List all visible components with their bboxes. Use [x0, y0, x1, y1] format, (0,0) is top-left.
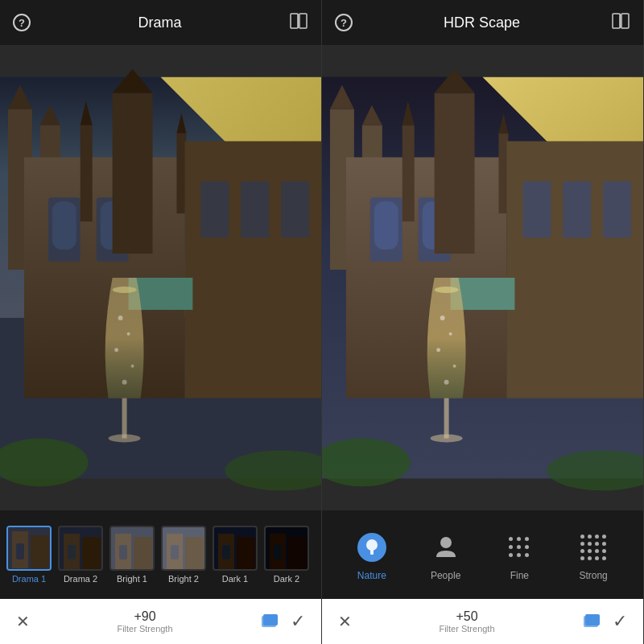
- hdr-header: ? HDR Scape: [322, 0, 643, 45]
- svg-rect-63: [621, 14, 629, 28]
- svg-point-89: [436, 348, 440, 352]
- fine-icon: [509, 537, 530, 558]
- filter-dark1-label: Dark 1: [222, 574, 248, 584]
- svg-rect-21: [184, 141, 321, 398]
- svg-point-93: [431, 435, 463, 443]
- hdr-help-icon[interactable]: ?: [335, 14, 353, 31]
- drama-strength-label: Filter Strength: [117, 624, 172, 634]
- drama-header: ? Drama: [0, 0, 321, 45]
- drama-filter-strip: Drama 1 Drama 2: [0, 510, 321, 599]
- drama-panel: ? Drama: [0, 0, 322, 644]
- svg-rect-58: [288, 537, 307, 569]
- filter-dark2-label: Dark 2: [274, 574, 299, 584]
- filter-bright1-thumb: [109, 526, 155, 571]
- svg-rect-98: [370, 550, 374, 555]
- svg-rect-22: [200, 181, 229, 237]
- svg-point-30: [122, 380, 127, 385]
- drama-stack-icon[interactable]: [260, 611, 281, 632]
- strong-icon-wrap: [574, 528, 613, 567]
- svg-point-90: [453, 365, 456, 368]
- svg-point-32: [109, 435, 141, 443]
- filter-drama2-thumb: [58, 526, 103, 571]
- hdr-panel: ? HDR Scape: [322, 0, 644, 644]
- svg-rect-62: [613, 14, 620, 28]
- svg-point-94: [435, 287, 459, 293]
- svg-rect-15: [113, 93, 153, 254]
- filter-drama2[interactable]: Drama 2: [56, 526, 105, 584]
- hdr-strength-label: Filter Strength: [439, 624, 494, 634]
- svg-rect-78: [402, 125, 415, 221]
- svg-rect-46: [134, 537, 152, 569]
- svg-point-28: [114, 348, 118, 352]
- people-icon: [431, 533, 460, 562]
- style-nature-label: Nature: [357, 570, 386, 581]
- hdr-compare-icon[interactable]: [611, 11, 630, 35]
- drama-bottom-bar: ✕ +90 Filter Strength ✓: [0, 599, 321, 644]
- svg-point-91: [444, 380, 449, 385]
- hdr-title: HDR Scape: [444, 14, 520, 31]
- fine-icon-wrap: [500, 528, 539, 567]
- svg-rect-54: [237, 537, 255, 569]
- svg-rect-0: [291, 14, 298, 28]
- svg-rect-1: [299, 14, 307, 28]
- svg-rect-85: [603, 181, 631, 237]
- hdr-cancel-button[interactable]: ✕: [338, 612, 352, 631]
- drama-strength-value: +90: [134, 609, 155, 624]
- svg-rect-47: [119, 545, 127, 559]
- style-nature[interactable]: Nature: [344, 528, 400, 581]
- hdr-style-strip: Nature People: [322, 510, 643, 599]
- svg-rect-55: [222, 545, 230, 559]
- filter-dark2-thumb: [264, 526, 309, 571]
- drama-image: [0, 45, 321, 510]
- filter-drama1[interactable]: Drama 1: [5, 526, 53, 584]
- compare-icon[interactable]: [289, 11, 308, 35]
- svg-rect-84: [563, 181, 591, 237]
- svg-rect-42: [82, 537, 101, 569]
- svg-rect-24: [281, 181, 309, 237]
- svg-rect-13: [52, 201, 76, 250]
- filter-bright2-thumb: [161, 526, 206, 571]
- filter-bright1-label: Bright 1: [117, 574, 147, 584]
- drama-filter-info: +90 Filter Strength: [117, 609, 172, 634]
- filter-dark1[interactable]: Dark 1: [211, 526, 259, 584]
- svg-rect-50: [185, 537, 204, 569]
- hdr-confirm-button[interactable]: ✓: [613, 611, 627, 632]
- people-icon-wrap: [427, 528, 465, 567]
- style-strong[interactable]: Strong: [565, 528, 621, 581]
- svg-rect-43: [68, 545, 76, 559]
- strong-icon: [580, 535, 607, 561]
- drama-confirm-button[interactable]: ✓: [291, 611, 305, 632]
- svg-point-33: [113, 287, 137, 293]
- svg-rect-31: [122, 398, 127, 439]
- nature-icon: [357, 533, 386, 562]
- svg-rect-39: [16, 543, 24, 559]
- svg-rect-101: [585, 614, 600, 625]
- style-fine[interactable]: Fine: [491, 528, 547, 581]
- drama-cancel-button[interactable]: ✕: [16, 612, 30, 631]
- filter-bright1[interactable]: Bright 1: [108, 526, 156, 584]
- hdr-stack-icon[interactable]: [582, 611, 603, 632]
- style-people[interactable]: People: [418, 528, 474, 581]
- help-icon[interactable]: ?: [13, 14, 31, 31]
- svg-rect-59: [274, 545, 282, 559]
- svg-rect-76: [435, 93, 475, 254]
- svg-point-97: [366, 539, 378, 551]
- filter-drama2-label: Drama 2: [64, 574, 97, 584]
- svg-rect-38: [31, 535, 49, 568]
- filter-drama1-label: Drama 1: [12, 574, 46, 584]
- svg-rect-23: [241, 181, 269, 237]
- svg-point-27: [127, 332, 130, 336]
- filter-dark2[interactable]: Dark 2: [262, 526, 311, 584]
- svg-point-99: [440, 537, 452, 548]
- hdr-image: [322, 45, 643, 510]
- nature-icon-wrap: [353, 528, 391, 567]
- svg-point-26: [118, 316, 123, 320]
- hdr-filter-info: +50 Filter Strength: [439, 609, 494, 634]
- drama-title: Drama: [138, 14, 181, 31]
- style-fine-label: Fine: [510, 570, 529, 581]
- filter-drama1-thumb: [6, 526, 52, 571]
- filter-bright2[interactable]: Bright 2: [159, 526, 208, 584]
- svg-rect-92: [444, 398, 449, 439]
- svg-point-87: [440, 316, 445, 320]
- svg-rect-17: [80, 125, 93, 221]
